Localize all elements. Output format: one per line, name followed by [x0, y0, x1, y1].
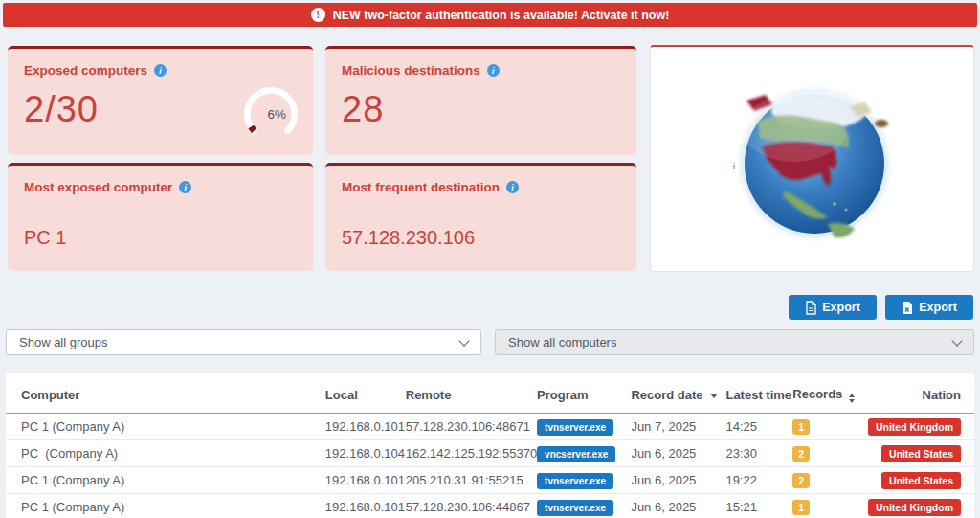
header-local: Local: [325, 373, 406, 414]
export-excel-label: Export: [919, 301, 957, 314]
card-title-text: Most exposed computer: [24, 180, 172, 194]
banner-text: NEW two-factor authentication is availab…: [333, 9, 670, 22]
table-row[interactable]: PC 1 (Company A) 192.168.0.101 57.128.23…: [6, 414, 974, 440]
header-computer: Computer: [6, 373, 325, 414]
chevron-down-icon: [458, 335, 469, 346]
table-row[interactable]: PC 1 (Company A) 192.168.0.101 205.210.3…: [6, 467, 974, 494]
alert-icon: !: [311, 8, 325, 22]
cell-records: 2: [792, 467, 868, 494]
sort-desc-icon: [710, 394, 718, 398]
cell-nation: United States: [868, 467, 974, 494]
globe-land-fragment: [875, 120, 888, 127]
most-exposed-computer-value: PC 1: [24, 227, 297, 249]
nation-badge: United Kingdom: [868, 418, 961, 436]
cell-latest-time: 19:22: [725, 467, 792, 494]
info-icon[interactable]: i: [506, 181, 519, 193]
computers-select-value: Show all computers: [508, 335, 616, 349]
globe-island: [833, 202, 836, 206]
header-nation: Nation: [868, 373, 974, 414]
globe-illustration[interactable]: i: [651, 47, 974, 270]
excel-file-icon: [902, 301, 914, 315]
cell-nation: United States: [868, 440, 974, 467]
cell-local: 192.168.0.101: [325, 494, 406, 518]
program-badge: tvnserver.exe: [537, 500, 613, 516]
globe-island: [844, 208, 847, 211]
header-record-date-label: Record date: [631, 388, 702, 402]
info-icon[interactable]: i: [154, 64, 167, 77]
globe-highlight: [742, 95, 847, 162]
program-badge: tvnserver.exe: [537, 473, 613, 489]
most-frequent-destination-value: 57.128.230.106: [342, 227, 620, 249]
records-badge: 2: [792, 446, 810, 462]
card-title-text: Malicious destinations: [342, 63, 480, 78]
cell-latest-time: 15:21: [725, 494, 792, 518]
cell-record-date: Jun 7, 2025: [631, 414, 725, 440]
cell-local: 192.168.0.101: [325, 467, 406, 494]
info-icon[interactable]: i: [487, 64, 500, 77]
pdf-file-icon: [805, 301, 817, 315]
cell-records: 2: [792, 440, 868, 467]
cell-program: tvnserver.exe: [537, 494, 631, 518]
card-title-text: Exposed computers: [24, 63, 147, 78]
card-title: Most exposed computer i: [24, 180, 297, 194]
sort-icon: [849, 394, 855, 403]
cell-record-date: Jun 6, 2025: [631, 467, 725, 494]
cell-computer: PC 1 (Company A): [6, 467, 325, 494]
globe-marker: i: [733, 162, 735, 171]
header-program: Program: [537, 373, 631, 414]
card-title: Malicious destinations i: [342, 63, 620, 78]
header-records[interactable]: Records: [792, 373, 868, 414]
records-badge: 1: [792, 500, 810, 515]
chevron-down-icon: [951, 335, 962, 346]
export-excel-button[interactable]: Export: [885, 295, 973, 320]
malicious-destinations-value: 28: [342, 89, 620, 130]
cell-remote: 205.210.31.91:55215: [406, 467, 537, 494]
gauge-percent-label: 6%: [267, 107, 285, 122]
cell-latest-time: 23:30: [725, 440, 792, 467]
cell-record-date: Jun 6, 2025: [631, 494, 725, 518]
info-icon[interactable]: i: [179, 181, 191, 193]
cell-records: 1: [792, 414, 868, 440]
card-most-exposed-computer: Most exposed computer i PC 1: [8, 163, 313, 271]
nation-badge: United States: [881, 472, 961, 489]
records-badge: 1: [792, 419, 810, 435]
groups-select-value: Show all groups: [19, 335, 108, 349]
nation-badge: United States: [881, 445, 961, 462]
cell-computer: PC (Company A): [6, 440, 325, 467]
cell-program: vncserver.exe: [537, 440, 631, 467]
cell-record-date: Jun 6, 2025: [631, 440, 725, 467]
cell-nation: United Kingdom: [868, 494, 974, 518]
cell-local: 192.168.0.104: [325, 440, 406, 467]
program-badge: vncserver.exe: [537, 446, 615, 462]
header-record-date[interactable]: Record date: [631, 373, 725, 414]
card-malicious-destinations: Malicious destinations i 28: [325, 46, 636, 155]
cell-program: tvnserver.exe: [537, 467, 631, 494]
card-title: Exposed computers i: [24, 63, 297, 78]
notification-banner[interactable]: ! NEW two-factor authentication is avail…: [3, 3, 977, 27]
export-pdf-button[interactable]: Export: [789, 295, 877, 320]
header-remote: Remote: [406, 373, 537, 414]
records-table-card: Computer Local Remote Program Record dat…: [6, 373, 974, 518]
nation-badge: United Kingdom: [868, 499, 961, 516]
card-most-frequent-destination: Most frequent destination i 57.128.230.1…: [325, 163, 636, 271]
table-row[interactable]: PC (Company A) 192.168.0.104 162.142.125…: [6, 440, 974, 467]
cell-records: 1: [792, 494, 868, 518]
export-pdf-label: Export: [822, 301, 860, 314]
header-records-label: Records: [792, 387, 842, 401]
cell-remote: 57.128.230.106:44867: [406, 494, 537, 518]
card-title-text: Most frequent destination: [342, 180, 500, 194]
card-title: Most frequent destination i: [342, 180, 620, 194]
cell-computer: PC 1 (Company A): [6, 414, 325, 440]
table-header-row: Computer Local Remote Program Record dat…: [6, 373, 974, 414]
computers-select[interactable]: Show all computers: [495, 329, 974, 355]
table-row[interactable]: PC 1 (Company A) 192.168.0.101 57.128.23…: [6, 494, 974, 518]
card-exposed-computers: Exposed computers i 2/30 6%: [8, 46, 313, 155]
cell-local: 192.168.0.101: [325, 414, 406, 440]
groups-select[interactable]: Show all groups: [6, 329, 481, 355]
cell-nation: United Kingdom: [868, 414, 974, 440]
header-latest-time: Latest time: [725, 373, 792, 414]
globe-card: i: [650, 45, 974, 272]
records-table: Computer Local Remote Program Record dat…: [6, 373, 974, 518]
cell-remote: 162.142.125.192:55370: [406, 440, 537, 467]
cell-program: tvnserver.exe: [537, 414, 631, 440]
